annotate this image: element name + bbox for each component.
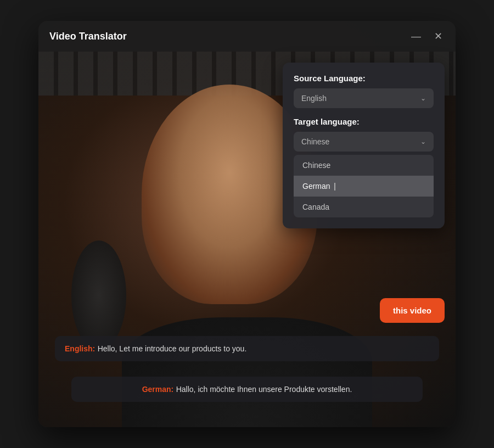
window-controls: — ✕ [409, 29, 445, 43]
target-language-dropdown: Chinese German Canada [294, 155, 434, 217]
window-title: Video Translator [49, 31, 127, 42]
dropdown-item-german[interactable]: German [294, 176, 434, 197]
target-chevron-icon: ⌄ [420, 138, 426, 145]
target-language-label: Target language: [294, 117, 434, 126]
english-subtitle-text: Hello, Let me introduce our products to … [98, 344, 247, 353]
target-language-value: Chinese [301, 137, 329, 146]
target-section: Target language: Chinese ⌄ Chinese Germa… [294, 117, 434, 217]
clothing-area [122, 317, 372, 427]
cursor-indicator [334, 183, 340, 191]
source-language-value: English [301, 94, 327, 103]
translate-button-label: this video [393, 306, 431, 315]
source-chevron-icon: ⌄ [420, 94, 426, 102]
translate-button[interactable]: this video [380, 298, 445, 323]
subtitle-english: English: Hello, Let me introduce our pro… [55, 336, 439, 361]
microphone-area [71, 240, 126, 350]
subtitle-german: German: Hallo, ich möchte Ihnen unsere P… [71, 377, 423, 402]
source-language-label: Source Language: [294, 74, 434, 83]
dropdown-item-canada[interactable]: Canada [294, 197, 434, 217]
dropdown-item-chinese[interactable]: Chinese [294, 155, 434, 176]
english-subtitle-label: English: [65, 344, 95, 353]
target-language-select[interactable]: Chinese ⌄ [294, 132, 434, 152]
language-panel: Source Language: English ⌄ Target langua… [283, 63, 445, 228]
german-subtitle-label: German: [142, 385, 174, 394]
minimize-button[interactable]: — [409, 29, 423, 43]
app-window: Video Translator — ✕ Source Language: En… [38, 21, 456, 427]
german-subtitle-text: Hallo, ich möchte Ihnen unsere Produkte … [176, 385, 352, 394]
source-language-select[interactable]: English ⌄ [294, 88, 434, 108]
close-button[interactable]: ✕ [432, 29, 445, 43]
title-bar: Video Translator — ✕ [38, 21, 456, 52]
